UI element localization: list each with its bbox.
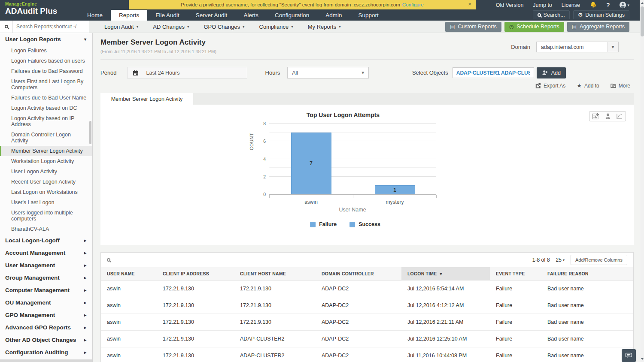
- nav-tab-file-audit[interactable]: File Audit: [147, 10, 188, 21]
- nav-tab-admin[interactable]: Admin: [317, 10, 350, 21]
- sidebar-item-failures-due-to-bad-password[interactable]: Failures due to Bad Password: [0, 66, 92, 76]
- link-old-version[interactable]: Old Version: [496, 2, 524, 8]
- table-search-icon[interactable]: [107, 258, 110, 262]
- sidebar-section-gpo-management[interactable]: GPO Management▸: [0, 309, 92, 321]
- sidebar-item-bharathcv-ala[interactable]: BharathCV-ALA: [0, 224, 92, 234]
- report-search-input[interactable]: [13, 21, 89, 33]
- column-header-failure-reason[interactable]: FAILURE REASON: [541, 267, 633, 281]
- sidebar-section-group-management[interactable]: Group Management▸: [0, 272, 92, 284]
- column-header-domain-controller[interactable]: DOMAIN CONTROLLER: [316, 267, 401, 281]
- sidebar-search-icon-cell[interactable]: [0, 21, 13, 33]
- sidebar-item-last-logon-on-workstations[interactable]: Last Logon on Workstations: [0, 187, 92, 197]
- add-objects-button[interactable]: Add: [537, 67, 566, 78]
- table-body: aswin172.21.9.130172.21.9.130ADAP-DC2Jul…: [101, 281, 633, 362]
- table-row[interactable]: aswin172.21.9.130ADAP-CLUSTER2ADAP-DC2Ju…: [101, 347, 633, 362]
- scrollbar-thumb[interactable]: [641, 6, 644, 36]
- sidebar-item-failures-due-to-bad-user-name[interactable]: Failures due to Bad User Name: [0, 93, 92, 103]
- export-as-button[interactable]: Export As: [535, 82, 565, 89]
- sidebar-section-configuration-auditing[interactable]: Configuration Auditing▸: [0, 346, 92, 359]
- scroll-down-arrow[interactable]: [640, 356, 644, 362]
- sidebar-item-user-s-last-logon[interactable]: User's Last Logon: [0, 197, 92, 208]
- sidebar-item-workstation-logon-activity[interactable]: Workstation Logon Activity: [0, 156, 92, 166]
- sidebar-item-logon-failures[interactable]: Logon Failures: [0, 45, 92, 56]
- custom-reports-button[interactable]: ▤Custom Reports: [445, 22, 501, 32]
- column-header-event-type[interactable]: EVENT TYPE: [490, 267, 541, 281]
- sidebar-section-user-management[interactable]: User Management▸: [0, 259, 92, 272]
- table-cell: aswin: [101, 314, 157, 331]
- sidebar-item-domain-controller-logon-activity[interactable]: Domain Controller Logon Activity: [0, 130, 92, 146]
- sidebar-item-logon-activity-based-on-ip-address[interactable]: Logon Activity based on IP Address: [0, 113, 92, 130]
- bar-mystery[interactable]: 1: [375, 185, 415, 194]
- legend-item-failure[interactable]: Failure: [310, 221, 337, 227]
- configure-link[interactable]: Configure: [402, 2, 424, 7]
- bell-icon[interactable]: !: [589, 1, 597, 9]
- chat-feedback-button[interactable]: [622, 349, 636, 362]
- more-button[interactable]: More: [611, 82, 630, 89]
- menu-ad-changes[interactable]: AD Changes▾: [146, 21, 196, 33]
- sidebar-section-computer-management[interactable]: Computer Management▸: [0, 284, 92, 296]
- sidebar-section-user-logon-reports[interactable]: User Logon Reports▾: [0, 33, 92, 45]
- menu-my-reports[interactable]: My Reports▾: [301, 21, 348, 33]
- table-row[interactable]: aswin172.21.9.130172.21.9.130ADAP-DC2Jul…: [101, 314, 633, 331]
- link-jump-to[interactable]: Jump to: [533, 2, 552, 8]
- table-cell: Failure: [490, 281, 541, 297]
- domain-settings-button[interactable]: ⚙ Domain Settings: [573, 10, 629, 19]
- sidebar-section-other-ad-object-changes[interactable]: Other AD Object Changes▸: [0, 334, 92, 346]
- sidebar-horizontal-scrollbar[interactable]: [0, 359, 92, 362]
- scroll-up-arrow[interactable]: [640, 0, 644, 6]
- tab-member-server-logon-activity[interactable]: Member Server Logon Activity: [100, 93, 193, 105]
- sidebar-item-users-first-and-last-logon-by-computers[interactable]: Users First and Last Logon By Computers: [0, 76, 92, 93]
- menu-logon-audit[interactable]: Logon Audit▾: [97, 21, 146, 33]
- domain-select[interactable]: adap.internal.com ▼: [536, 42, 619, 52]
- link-license[interactable]: License: [562, 2, 580, 8]
- hours-select[interactable]: All ▼: [287, 67, 369, 78]
- column-header-client-host-name[interactable]: CLIENT HOST NAME: [234, 267, 316, 281]
- nav-tab-configuration[interactable]: Configuration: [267, 10, 317, 21]
- user-menu[interactable]: ▾: [619, 1, 629, 9]
- sidebar-scrollbar-thumb[interactable]: [89, 121, 91, 144]
- nav-tab-reports[interactable]: Reports: [111, 10, 147, 21]
- y-tick-label: 8: [255, 121, 266, 126]
- schedule-reports-button[interactable]: ◷Schedule Reports: [504, 22, 564, 32]
- add-chart-icon[interactable]: [592, 113, 600, 120]
- column-header-user-name[interactable]: USER NAME: [101, 267, 157, 281]
- bar-aswin[interactable]: 7: [291, 133, 331, 194]
- nav-tab-server-audit[interactable]: Server Audit: [188, 10, 236, 21]
- close-icon[interactable]: ×: [468, 1, 471, 7]
- table-row[interactable]: aswin172.21.9.130172.21.9.130ADAP-DC2Jul…: [101, 297, 633, 314]
- help-icon[interactable]: ?: [606, 2, 610, 9]
- menu-compliance[interactable]: Compliance▾: [252, 21, 301, 33]
- user-report-icon[interactable]: [605, 113, 611, 120]
- select-objects-box[interactable]: ADAP-CLUSTER1 ADAP-CLUST...: [453, 67, 534, 78]
- global-search-button[interactable]: Search...: [533, 10, 570, 19]
- window-scrollbar[interactable]: [640, 0, 644, 362]
- sidebar-section-advanced-gpo-reports[interactable]: Advanced GPO Reports▸: [0, 321, 92, 334]
- sidebar-item-member-server-logon-activity[interactable]: Member Server Logon Activity: [0, 146, 92, 156]
- x-tick-label: aswin: [286, 199, 337, 205]
- sidebar-item-logon-failures-based-on-users[interactable]: Logon Failures based on users: [0, 56, 92, 66]
- table-row[interactable]: aswin172.21.9.130ADAP-CLUSTER2ADAP-DC2Ju…: [101, 331, 633, 347]
- table-row[interactable]: aswin172.21.9.130172.21.9.130ADAP-DC2Jul…: [101, 281, 633, 297]
- sidebar-section-local-logon-logoff[interactable]: Local Logon-Logoff▸: [0, 234, 92, 247]
- sidebar-section-ou-management[interactable]: OU Management▸: [0, 296, 92, 309]
- page-size-dropdown[interactable]: 25 ▾: [556, 257, 565, 263]
- nav-tab-alerts[interactable]: Alerts: [235, 10, 267, 21]
- sidebar-item-user-logon-activity[interactable]: User Logon Activity: [0, 166, 92, 177]
- add-remove-columns-button[interactable]: Add/Remove Columns: [571, 255, 627, 265]
- period-picker[interactable]: Last 24 Hours: [127, 67, 247, 78]
- table-cell: Jul 11,2016 10:44:08 PM: [401, 347, 490, 362]
- column-header-client-ip-address[interactable]: CLIENT IP ADDRESS: [157, 267, 234, 281]
- sidebar-item-users-logged-into-multiple-computers[interactable]: Users logged into multiple computers: [0, 208, 92, 224]
- sidebar-item-logon-activity-based-on-dc[interactable]: Logon Activity based on DC: [0, 103, 92, 113]
- nav-tab-home[interactable]: Home: [79, 10, 111, 21]
- menu-gpo-changes[interactable]: GPO Changes▾: [196, 21, 252, 33]
- sidebar-item-recent-user-logon-activity[interactable]: Recent User Logon Activity: [0, 177, 92, 187]
- add-to-button[interactable]: ★ Add to: [577, 82, 599, 89]
- column-header-logon-time[interactable]: LOGON TIME▼: [401, 267, 490, 281]
- aggregate-reports-button[interactable]: ▤Aggregate Reports: [567, 22, 629, 32]
- table-cell: Jul 12,2016 2:21:11 AM: [401, 314, 490, 331]
- legend-item-success[interactable]: Success: [349, 221, 380, 227]
- nav-tab-support[interactable]: Support: [350, 10, 386, 21]
- line-chart-icon[interactable]: [616, 113, 623, 120]
- sidebar-section-account-management[interactable]: Account Management▸: [0, 247, 92, 259]
